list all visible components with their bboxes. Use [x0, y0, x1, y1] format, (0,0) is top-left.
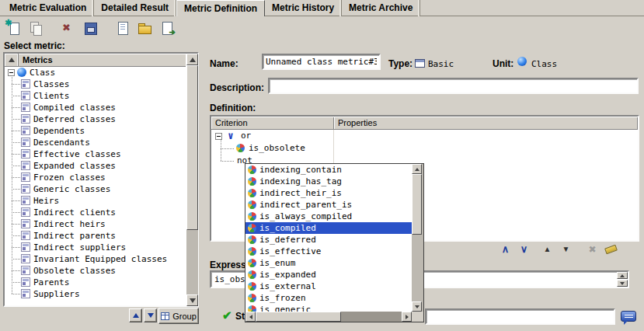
expression-scroll-up-button[interactable] — [617, 272, 628, 279]
tree-item[interactable]: Descendants — [5, 137, 186, 148]
tab-metric-definition[interactable]: Metric Definition — [176, 0, 265, 16]
tab-detailed-result[interactable]: Detailed Result — [94, 0, 176, 16]
tree-item[interactable]: Deferred classes — [5, 113, 186, 125]
tree-header: Metrics — [5, 54, 186, 67]
dropdown-item[interactable]: is_expanded — [245, 269, 412, 280]
tree-item[interactable]: Invariant Equipped classes — [5, 253, 186, 265]
tree-item[interactable]: Indirect clients — [5, 207, 186, 218]
arrow-left-icon — [249, 315, 252, 319]
scroll-thumb[interactable] — [186, 65, 198, 230]
tree-scrollbar[interactable] — [186, 54, 198, 306]
metrics-column-header[interactable]: Metrics — [19, 54, 186, 66]
delete-criterion-button[interactable]: ✖ — [584, 243, 600, 256]
dropdown-horizontal-scrollbar[interactable] — [245, 312, 412, 322]
main-toolbar — [4, 19, 176, 39]
dropdown-item[interactable]: is_frozen — [245, 292, 412, 304]
sort-column-header[interactable] — [5, 54, 19, 66]
and-operator-button[interactable]: ∧ — [497, 243, 513, 256]
dropdown-scroll-right-button[interactable] — [402, 312, 412, 322]
dropdown-item-label: is_always_compiled — [259, 211, 352, 221]
tree-item-label: Dependents — [33, 125, 85, 137]
dropdown-item[interactable]: indirect_heir_is — [245, 187, 412, 199]
erase-criterion-button[interactable] — [603, 243, 619, 256]
tree-item[interactable]: Clients — [5, 90, 186, 102]
tab-metric-evaluation[interactable]: Metric Evaluation — [2, 0, 94, 16]
move-down-icon: ▼ — [562, 243, 570, 256]
tree-item[interactable]: Generic classes — [5, 183, 186, 195]
class-unit-icon — [17, 68, 26, 77]
dropdown-scroll-down-button[interactable] — [412, 301, 422, 312]
criterion-column-header[interactable]: Criterion — [211, 117, 334, 129]
move-metric-down-button[interactable] — [144, 308, 157, 322]
tab-metric-archive[interactable]: Metric Archive — [342, 0, 420, 16]
properties-column-header[interactable]: Properties — [334, 117, 638, 129]
description-input[interactable] — [268, 78, 639, 94]
status-detail-input[interactable] — [425, 308, 615, 325]
collapse-icon[interactable] — [215, 133, 222, 140]
tree-root-row[interactable]: Class — [5, 67, 186, 78]
dropdown-scroll-thumb[interactable] — [412, 174, 422, 235]
collapse-icon[interactable] — [8, 69, 15, 76]
tree-item[interactable]: Dependents — [5, 125, 186, 137]
import-metrics-button[interactable] — [113, 19, 131, 37]
tree-item[interactable]: Effective classes — [5, 148, 186, 160]
tree-item[interactable]: Frozen classes — [5, 172, 186, 183]
dropdown-horizontal-thumb[interactable] — [256, 312, 341, 322]
export-metrics-button[interactable] — [158, 19, 176, 37]
tree-root-label: Class — [30, 67, 55, 78]
dropdown-item[interactable]: is_compiled — [245, 222, 412, 234]
new-metric-button[interactable] — [4, 19, 23, 37]
tree-item[interactable]: Classes — [5, 78, 186, 90]
dropdown-item[interactable]: indexing_contain — [245, 164, 412, 176]
tree-item-label: Indirect suppliers — [33, 242, 126, 253]
tree-item[interactable]: Obsolete classes — [5, 265, 186, 277]
dropdown-item[interactable]: is_generic — [245, 304, 412, 312]
dropdown-scroll-left-button[interactable] — [245, 312, 256, 322]
dropdown-item[interactable]: indirect_parent_is — [245, 199, 412, 211]
dropdown-scroll-up-button[interactable] — [412, 164, 422, 174]
metric-icon — [21, 196, 30, 205]
metric-icon — [21, 184, 30, 193]
dropdown-item[interactable]: is_effective — [245, 246, 412, 257]
tree-item-label: Effective classes — [33, 148, 121, 160]
move-metric-up-button[interactable] — [129, 308, 142, 322]
delete-metric-button[interactable] — [58, 19, 77, 37]
tree-item[interactable]: Suppliers — [5, 288, 186, 300]
tree-item[interactable]: Expanded classes — [5, 160, 186, 172]
comment-icon[interactable] — [621, 311, 636, 322]
scroll-down-button[interactable] — [186, 294, 198, 306]
dropdown-vertical-scrollbar[interactable] — [412, 164, 423, 312]
tree-item[interactable]: Compiled classes — [5, 102, 186, 113]
definition-row[interactable]: is_obsolete — [211, 142, 638, 155]
move-down-button[interactable]: ▼ — [558, 243, 574, 256]
dropdown-item[interactable]: is_external — [245, 280, 412, 292]
tree-item[interactable]: Parents — [5, 277, 186, 288]
tree-item[interactable]: Heirs — [5, 195, 186, 207]
group-toggle-button[interactable]: Group — [158, 308, 199, 324]
duplicate-metric-button[interactable] — [26, 19, 45, 37]
dropdown-item[interactable]: indexing_has_tag — [245, 176, 412, 187]
arrow-up-icon — [620, 274, 625, 277]
tab-metric-history[interactable]: Metric History — [265, 0, 342, 16]
definition-row[interactable]: ∨or — [211, 130, 638, 142]
tree-item-label: Indirect clients — [33, 207, 116, 218]
type-label: Type: — [388, 58, 413, 69]
arrow-down-icon — [620, 282, 625, 285]
expression-scroll-down-button[interactable] — [617, 280, 628, 287]
tree-item[interactable]: Indirect heirs — [5, 218, 186, 230]
criterion-icon — [248, 177, 256, 186]
tree-item[interactable]: Indirect parents — [5, 230, 186, 242]
metric-icon — [21, 242, 30, 252]
tree-item-label: Compiled classes — [33, 102, 116, 113]
open-metric-file-button[interactable] — [135, 19, 154, 37]
dropdown-item[interactable]: is_enum — [245, 257, 412, 269]
save-metric-button[interactable] — [81, 19, 99, 37]
arrow-down-icon — [190, 298, 196, 303]
or-operator-button[interactable]: ∨ — [516, 243, 532, 256]
name-input[interactable] — [262, 54, 381, 70]
dropdown-item[interactable]: is_always_compiled — [245, 211, 412, 222]
move-up-button[interactable]: ▲ — [539, 243, 555, 256]
scroll-up-button[interactable] — [186, 54, 198, 65]
dropdown-item[interactable]: is_deferred — [245, 234, 412, 246]
tree-item[interactable]: Indirect suppliers — [5, 242, 186, 253]
